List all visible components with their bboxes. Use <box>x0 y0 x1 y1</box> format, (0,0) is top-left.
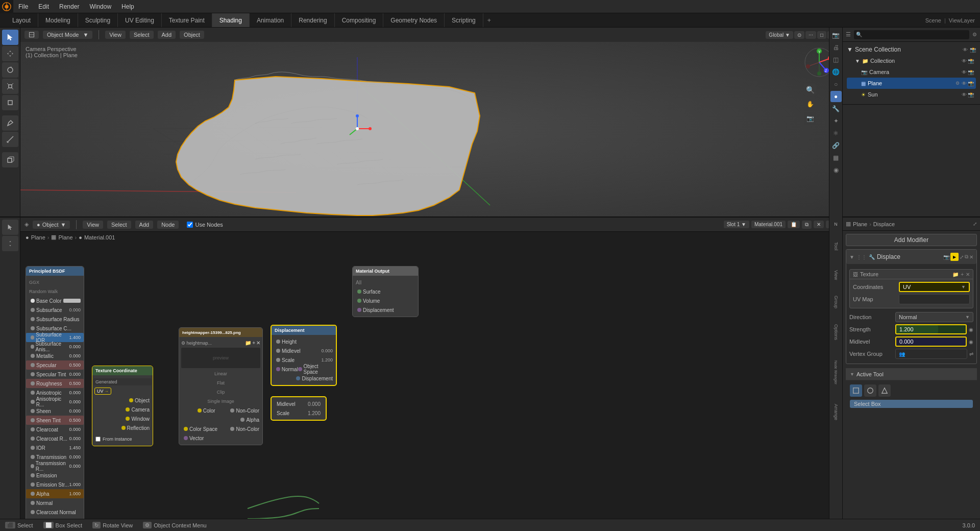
tab-texture-paint[interactable]: Texture Paint <box>162 13 212 27</box>
proportional-btn[interactable]: ⊙ <box>794 31 804 39</box>
collection-item-camera[interactable]: 📷 Camera 👁 📸 <box>847 66 976 78</box>
node-texture-coordinate[interactable]: Texture Coordinate Generated UV → Obje <box>92 366 153 446</box>
tab-modeling[interactable]: Modeling <box>38 13 78 27</box>
props-tab-constraints[interactable]: 🔗 <box>830 140 842 151</box>
node-material-output[interactable]: Material Output All Surface Volume <box>352 266 419 317</box>
outliner-search[interactable]: 🔍 <box>854 30 969 39</box>
node-node-btn[interactable]: Node <box>157 221 179 229</box>
transform-tool-btn[interactable] <box>2 95 18 110</box>
menu-file[interactable]: File <box>13 0 33 13</box>
node-select-menu-btn[interactable]: Select <box>107 221 131 229</box>
select-tool-btn[interactable] <box>2 30 18 45</box>
props-tab-data[interactable]: ▦ <box>830 152 842 163</box>
material-close-btn[interactable]: ✕ <box>814 221 824 228</box>
pan-view-btn[interactable]: ✋ <box>804 98 816 110</box>
node-canvas[interactable]: Principled BSDF GGX Random Walk Base Col… <box>20 248 842 519</box>
viewport-canvas[interactable]: Y X Z <box>20 42 842 216</box>
node-displacement-vector[interactable]: Displacement Height Midlevel 0.000 <box>271 325 337 386</box>
tab-uv-editing[interactable]: UV Editing <box>118 13 162 27</box>
scene-vis-icon[interactable]: 👁 <box>963 47 968 53</box>
node-select-btn[interactable] <box>2 220 18 235</box>
move-tool-btn[interactable] <box>2 46 18 61</box>
viewport-display-btn[interactable]: □ <box>817 31 826 39</box>
slot-dropdown[interactable]: Slot 1 ▼ <box>724 221 749 228</box>
tab-add[interactable]: + <box>483 15 495 26</box>
texture-browse-icon[interactable]: 📁 <box>952 272 959 277</box>
direction-dropdown[interactable]: Normal ▼ <box>895 312 973 322</box>
node-move-btn[interactable] <box>2 236 18 251</box>
node-heightmap-image[interactable]: heightmapper-15399...825.png ⚙ heightmap… <box>179 327 263 445</box>
props-tab-material[interactable]: ◉ <box>830 164 842 176</box>
tab-shading[interactable]: Shading <box>212 13 250 27</box>
tool-icon-1[interactable] <box>850 384 862 397</box>
node-side-group[interactable]: Group <box>830 289 842 316</box>
collection-vis-icon[interactable]: 👁 <box>962 58 967 64</box>
props-tab-world[interactable]: ○ <box>830 79 842 90</box>
camera-render-icon[interactable]: 📸 <box>968 69 974 75</box>
node-side-node-wrangler[interactable]: Node Wrangler <box>830 349 842 395</box>
vertex-group-input[interactable]: 👥 <box>895 349 967 359</box>
add-cube-btn[interactable] <box>2 152 18 167</box>
annotate-tool-btn[interactable] <box>2 115 18 131</box>
modifier-collapse-icon[interactable]: ▼ <box>849 254 854 260</box>
props-tab-scene[interactable]: 🌐 <box>830 66 842 78</box>
modifier-realtime-icon[interactable]: ▶ <box>950 253 959 261</box>
image-browse-btn[interactable]: 📁 <box>245 340 251 346</box>
rotate-tool-btn[interactable] <box>2 62 18 78</box>
midlevel-animate-icon[interactable]: ◉ <box>969 339 973 345</box>
texture-new-icon[interactable]: + <box>961 272 964 277</box>
select-menu-btn[interactable]: Select <box>130 31 154 39</box>
sun-render-icon[interactable]: 📸 <box>968 92 974 98</box>
menu-window[interactable]: Window <box>84 0 116 13</box>
props-displace-link[interactable]: Displace <box>873 221 895 227</box>
modifier-expand-icon[interactable]: ⤢ <box>960 254 964 260</box>
plane-render-icon[interactable]: 📸 <box>968 81 974 86</box>
props-tab-render[interactable]: 📷 <box>830 30 842 41</box>
add-modifier-btn[interactable]: Add Modifier <box>846 234 977 246</box>
sun-vis-icon[interactable]: 👁 <box>962 92 967 98</box>
props-tab-view-layer[interactable]: ◫ <box>830 54 842 65</box>
collection-item-sun[interactable]: ☀ Sun 👁 📸 <box>847 89 976 100</box>
node-midlevel-scale[interactable]: Midlevel 0.000 Scale 1.200 <box>271 396 327 421</box>
use-nodes-checkbox[interactable] <box>187 222 193 228</box>
node-object-btn[interactable]: ● Object ▼ <box>33 221 70 229</box>
camera-view-btn[interactable]: 📷 <box>804 112 816 125</box>
editor-type-btn[interactable] <box>24 31 39 39</box>
plane-vis-icon[interactable]: 👁 <box>962 81 967 86</box>
tab-scripting[interactable]: Scripting <box>445 13 483 27</box>
node-side-view[interactable]: View <box>830 262 842 288</box>
tab-geometry-nodes[interactable]: Geometry Nodes <box>383 13 445 27</box>
node-add-btn[interactable]: Add <box>135 221 154 229</box>
material-copy-btn[interactable]: ⧉ <box>802 221 812 229</box>
props-tab-output[interactable]: 🖨 <box>830 42 842 53</box>
material-dropdown[interactable]: Material.001 <box>751 221 786 228</box>
camera-vis-icon[interactable]: 👁 <box>962 69 967 75</box>
node-side-tool[interactable]: Tool <box>830 231 842 261</box>
tab-animation[interactable]: Animation <box>250 13 291 27</box>
uv-map-value[interactable] <box>899 294 970 304</box>
global-transform-btn[interactable]: Global ▼ <box>766 31 793 39</box>
outliner-filter-icon[interactable]: ⚙ <box>972 32 977 37</box>
menu-edit[interactable]: Edit <box>33 0 54 13</box>
node-side-options[interactable]: Options <box>830 317 842 348</box>
midlevel-input[interactable]: 0.000 <box>895 336 967 347</box>
tool-icon-2[interactable] <box>864 384 876 397</box>
node-principled-bsdf[interactable]: Principled BSDF GGX Random Walk Base Col… <box>26 266 84 519</box>
object-mode-btn[interactable]: Object Mode ▼ <box>43 31 92 39</box>
from-instance-checkbox[interactable] <box>95 437 101 442</box>
props-popout-icon[interactable]: ⤢ <box>973 221 977 227</box>
node-view-btn[interactable]: View <box>83 221 103 229</box>
coordinates-dropdown[interactable]: UV ▼ <box>899 282 970 292</box>
vertex-group-flip-icon[interactable]: ⇌ <box>969 351 973 357</box>
collection-item-plane[interactable]: ▦ Plane ⚙ 👁 📸 <box>847 78 976 89</box>
active-tool-header[interactable]: ▼ Active Tool <box>846 368 977 380</box>
tool-icon-3[interactable] <box>878 384 891 397</box>
select-box-label[interactable]: Select Box <box>850 400 973 408</box>
props-tab-particles[interactable]: ✦ <box>830 115 842 127</box>
modifier-delete-icon[interactable]: ✕ <box>969 254 973 260</box>
tab-sculpting[interactable]: Sculpting <box>78 13 118 27</box>
props-tab-object[interactable]: ● <box>830 91 842 102</box>
image-unlink-btn[interactable]: ✕ <box>256 340 260 346</box>
menu-render[interactable]: Render <box>54 0 84 13</box>
image-new-btn[interactable]: + <box>252 340 255 346</box>
